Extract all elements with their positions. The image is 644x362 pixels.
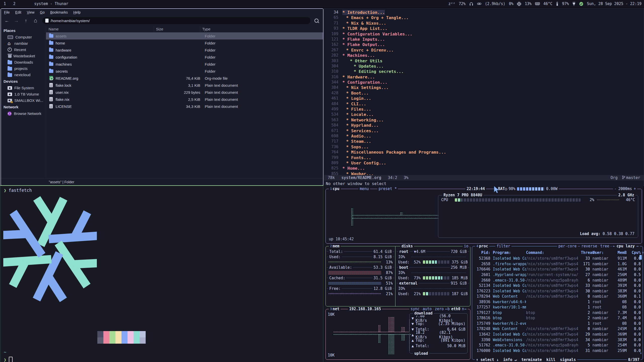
process-row[interactable]: 178616 btop btop 2 nambiar 7.4M 0.0	[474, 315, 641, 321]
shell-prompt[interactable]: ❯	[4, 357, 13, 362]
org-heading-line[interactable]: 310 * Editing secrets...	[325, 69, 644, 74]
process-row[interactable]: 178248 Web Content /nix/store/sm8fmrf3wp…	[474, 326, 641, 332]
clock-date[interactable]: Sun, 28 Sep 2025 - 22:19	[587, 2, 641, 6]
process-row[interactable]: 176223 Isolated Web Co /nix/store/sm8fmr…	[474, 288, 641, 294]
org-heading-line[interactable]: 65 * Emacs + Org + Tangle...	[325, 15, 644, 20]
process-row[interactable]: 2658 .firefox-wrappe /nix/store/sm8fmrf3…	[474, 261, 641, 267]
sidebar-item[interactable]: nambiar	[1, 40, 46, 47]
process-row[interactable]: 175749 kworker/6:2-even 1 root 0B 0.0	[474, 321, 641, 326]
battery-value[interactable]: 97%	[562, 2, 569, 6]
menu-item[interactable]: File	[4, 10, 10, 14]
threads-header[interactable]: Threads:	[581, 250, 590, 255]
process-row[interactable]: 52368 Isolated Web Co /nix/store/sm8fmrf…	[474, 256, 641, 261]
tree-toggle[interactable]: tree	[599, 244, 611, 248]
org-heading-line[interactable]: 428 * Boot...	[325, 90, 644, 96]
proc-scrollbar-thumb[interactable]	[639, 255, 642, 260]
cpu-header[interactable]: Cpu%	[630, 250, 641, 255]
process-row[interactable]: 52134 Isolated Web Co /nix/store/sm8fmrf…	[474, 283, 641, 288]
column-name[interactable]: Name	[46, 27, 154, 31]
org-heading-line[interactable]: 93 * TLDR App List...	[325, 26, 644, 31]
file-row[interactable]: configuration Folder	[46, 54, 323, 61]
workspace-button[interactable]: 1	[0, 0, 10, 8]
sidebar-item[interactable]: projects	[1, 65, 46, 72]
cpu-usage[interactable]: 0%	[509, 2, 513, 6]
reverse-toggle[interactable]: reverse	[580, 244, 598, 248]
org-heading-line[interactable]: 316 * Hardware...	[325, 74, 644, 80]
user-header[interactable]: User:	[592, 250, 614, 255]
sidebar-item[interactable]: File System	[1, 85, 46, 91]
menu-item[interactable]: Bookmarks	[50, 10, 68, 14]
proc-footer-action[interactable]: info ↵	[503, 357, 517, 362]
pid-header[interactable]: Pid:	[474, 250, 490, 255]
proc-box-title[interactable]: 4proc	[475, 244, 489, 248]
org-heading-line[interactable]: 71 * Nix & Nixos...	[325, 21, 644, 26]
file-row[interactable]: LICENSE 34,3 KiB Plain text document	[46, 103, 323, 110]
file-row[interactable]: flake.nix 2,5 KiB Plain text document	[46, 96, 323, 103]
process-row[interactable]: 176646 Isolated Web Co /nix/store/sm8fmr…	[474, 267, 641, 272]
org-heading-line[interactable]: 484 * CLI...	[325, 101, 644, 107]
sidebar-item[interactable]: Recent	[1, 47, 46, 53]
process-row[interactable]: 2601 .Hyprland-wrapp /run/current-system…	[474, 272, 641, 278]
org-heading-line[interactable]: 34 * Introduction...	[325, 10, 644, 15]
process-row[interactable]: 51762 .emacs-31.0.50- /nix/store/wnqz5pa…	[474, 342, 641, 348]
org-heading-line[interactable]: 825 * Home...	[325, 166, 644, 171]
net-auto-button[interactable]: auto	[421, 307, 433, 311]
menu-item[interactable]: Go	[40, 10, 45, 14]
disks-title[interactable]: disks	[400, 244, 414, 248]
org-heading-line[interactable]: 304 * Updates...	[325, 64, 644, 69]
file-row[interactable]: user.nix 229 bytes Plain text document	[46, 89, 323, 96]
process-row[interactable]: 2660 .emacs-31.0.50- /nix/store/wnqz5pa8…	[474, 278, 641, 283]
file-row[interactable]: machines Folder	[46, 61, 323, 68]
org-heading-line[interactable]: 671 * Services...	[325, 128, 644, 133]
net-sync-button[interactable]: sync	[409, 307, 421, 311]
io-mode-button[interactable]: io	[463, 244, 470, 248]
org-heading-line[interactable]: 764 * Miscellaneous Packages and Program…	[325, 150, 644, 155]
menu-item[interactable]: Help	[73, 10, 81, 14]
process-row[interactable]: 3390 WebExtensions /nix/store/sm8fmrf3wp…	[474, 337, 641, 343]
process-row[interactable]: 13642 Isolated Web Co /nix/store/sm8fmrf…	[474, 332, 641, 337]
org-heading-line[interactable]: 344 * Configuration...	[325, 80, 644, 85]
menu-item[interactable]: View	[27, 10, 34, 14]
command-header[interactable]: Command:	[526, 250, 581, 255]
proc-footer-action[interactable]: signals	[560, 357, 576, 362]
org-heading-line[interactable]: 736 * Sops...	[325, 144, 644, 150]
org-heading-line[interactable]: 267 * Envrc + Direnv...	[325, 48, 644, 53]
org-heading-line[interactable]: 461 * Login...	[325, 96, 644, 101]
org-heading-line[interactable]: 121 * Flake Inputs...	[325, 37, 644, 42]
process-row[interactable]: 177257 kworker/10:1-mm_ 1 root 0B 0.0	[474, 304, 641, 310]
process-row[interactable]: 179127 btop btop 2 nambiar 7.3M 0.0	[474, 310, 641, 315]
file-row[interactable]: assets Folder	[46, 32, 323, 39]
org-heading-line[interactable]: 282 * Machines...	[325, 53, 644, 58]
sort-column-switcher[interactable]: ←cpu lazy→	[612, 244, 640, 248]
org-heading-line[interactable]: 584 * Hyprland...	[325, 123, 644, 128]
sidebar-item[interactable]: nextcloud	[1, 72, 46, 78]
sidebar-item[interactable]: Wastebasket	[1, 53, 46, 59]
org-heading-line[interactable]: 799 * Fonts...	[325, 155, 644, 160]
back-button[interactable]: ←	[4, 18, 10, 23]
file-row[interactable]: flake.lock 3,1 KiB Plain text document	[46, 82, 323, 89]
sidebar-item[interactable]: Browse Network	[1, 110, 46, 117]
file-row[interactable]: README.org 76,4 KiB Org-mode file	[46, 75, 323, 82]
mem-header[interactable]: MemB	[614, 250, 627, 255]
home-button[interactable]: ⌂	[33, 18, 38, 23]
org-heading-line[interactable]: 809 * User Config...	[325, 160, 644, 166]
workspace-button[interactable]: 2	[10, 0, 19, 8]
preset-button[interactable]: preset *	[377, 187, 398, 191]
process-row[interactable]: 38936 kworker/u64:6-kc 1 root 0B 0.0	[474, 299, 641, 305]
volume-value[interactable]: 72%	[459, 2, 466, 6]
org-heading-line[interactable]: 534 * Locale...	[325, 112, 644, 117]
filter-button[interactable]: filter	[495, 244, 511, 248]
file-row[interactable]: hardware Folder	[46, 47, 323, 54]
column-type[interactable]: Type	[200, 27, 323, 31]
file-row[interactable]: secrets Folder	[46, 68, 323, 75]
program-header[interactable]: Program:	[493, 250, 526, 255]
org-heading-line[interactable]: 563 * Networking...	[325, 117, 644, 123]
net-interface-switcher[interactable]: ←beth0n→	[444, 307, 468, 311]
git-branch-name[interactable]: master	[626, 175, 640, 180]
workspace-button[interactable]: 3	[19, 0, 29, 8]
org-heading-line[interactable]: 162 * Flake Output...	[325, 42, 644, 47]
mem-box-title[interactable]: 2mem	[329, 244, 341, 248]
scroll-down-icon[interactable]: ↓	[640, 350, 642, 355]
interval-minus-button[interactable]: -	[614, 187, 617, 191]
org-heading-line[interactable]: 384 * Nix Settings...	[325, 85, 644, 90]
